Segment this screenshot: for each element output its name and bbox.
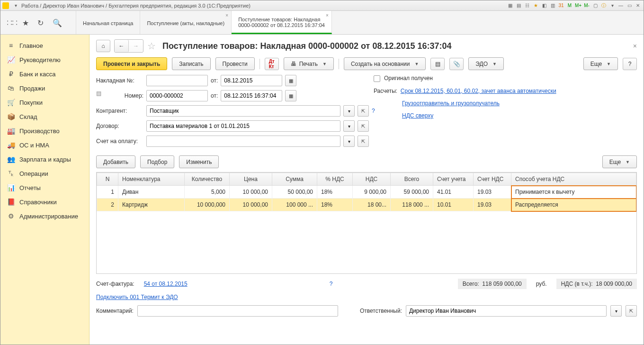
tab-receipts[interactable]: Поступление (акты, накладные)× xyxy=(140,11,232,34)
back-button[interactable]: ← xyxy=(115,40,129,52)
star-icon[interactable]: ☆ xyxy=(147,40,156,52)
close-icon[interactable]: × xyxy=(326,13,329,18)
dtkt-button[interactable]: ДтКт xyxy=(265,58,279,70)
m-icon[interactable]: M xyxy=(566,2,573,9)
sidebar-item-bank[interactable]: ₽Банк и касса xyxy=(0,67,89,81)
contract-input[interactable] xyxy=(146,120,340,132)
original-checkbox[interactable] xyxy=(374,75,380,82)
home-button[interactable]: ⌂ xyxy=(96,40,110,52)
print-button[interactable]: 🖶 Печать▼ xyxy=(284,57,334,70)
sidebar-item-sales[interactable]: 🛍Продажи xyxy=(0,81,89,95)
m-plus-icon[interactable]: M+ xyxy=(574,2,582,9)
sidebar-item-main[interactable]: ≡Главное xyxy=(0,38,89,53)
minimize-icon[interactable]: — xyxy=(617,2,625,9)
dropdown-icon[interactable]: ▾ xyxy=(343,120,355,132)
dropdown-icon[interactable]: ▾ xyxy=(610,305,622,317)
edo-connect-link[interactable]: Подключить 001 Термит к ЭДО xyxy=(96,294,178,300)
sidebar-item-operations[interactable]: ᵀₖОперации xyxy=(0,166,89,181)
date1-input[interactable] xyxy=(221,75,282,86)
tab-start[interactable]: Начальная страница xyxy=(76,11,140,34)
sidebar-item-salary[interactable]: 👥Зарплата и кадры xyxy=(0,152,89,166)
tab-current[interactable]: Поступление товаров: Накладная 0000-0000… xyxy=(232,11,332,34)
factory-icon: 🏭 xyxy=(7,127,15,135)
invoice-link[interactable]: 54 от 08.12.2015 xyxy=(144,281,188,287)
star-icon[interactable]: ★ xyxy=(22,18,31,27)
help-icon[interactable]: ? xyxy=(330,281,333,287)
settlements-link[interactable]: Срок 08.12.2015, 60.01, 60.02, зачет ава… xyxy=(401,88,556,94)
box-icon: 📦 xyxy=(7,113,15,120)
tb-icon[interactable]: ▢ xyxy=(591,2,599,9)
titlebar-text: Работа / Директор Иван Иванович / Бухгал… xyxy=(21,3,250,9)
edo-button[interactable]: ЭДО▼ xyxy=(468,57,504,70)
calendar-icon[interactable]: ▦ xyxy=(285,75,296,86)
tb-icon[interactable]: ▥ xyxy=(549,2,556,9)
open-icon[interactable]: ⇱ xyxy=(626,305,637,317)
kontragent-label: Контрагент: xyxy=(96,108,143,114)
sidebar-item-assets[interactable]: 🚚ОС и НМА xyxy=(0,138,89,152)
dropdown-icon[interactable]: ▾ xyxy=(343,105,355,117)
write-button[interactable]: Записать xyxy=(172,57,210,70)
consignor-link[interactable]: Грузоотправитель и грузополучатель xyxy=(402,100,500,107)
m-minus-icon[interactable]: M- xyxy=(583,2,590,9)
tb-icon[interactable]: ▤ xyxy=(515,2,522,9)
tabs: Начальная страница Поступление (акты, на… xyxy=(76,11,332,34)
doc-icon[interactable]: ▤ xyxy=(430,58,445,70)
table-row[interactable]: 1 Диван 5,000 10 000,00 50 000,00 18% 9 … xyxy=(97,186,636,199)
search-icon[interactable]: 🔍 xyxy=(53,18,61,27)
tb-icon[interactable]: ▦ xyxy=(506,2,514,9)
history-icon[interactable]: ↻ xyxy=(37,18,46,27)
tb-icon[interactable]: ☷ xyxy=(523,2,531,9)
ops-icon: ᵀₖ xyxy=(7,170,15,177)
edit-button[interactable]: Изменить xyxy=(179,155,219,168)
people-icon: 👥 xyxy=(7,155,15,163)
sidebar-item-manager[interactable]: 📈Руководителю xyxy=(0,53,89,67)
sidebar-item-admin[interactable]: ⚙Администрирование xyxy=(0,209,89,223)
kontragent-input[interactable] xyxy=(146,105,340,117)
open-icon[interactable]: ⇱ xyxy=(358,136,369,147)
table-more-button[interactable]: Еще▼ xyxy=(602,155,637,168)
tb-icon[interactable]: ◧ xyxy=(540,2,548,9)
attach-icon[interactable]: 📎 xyxy=(449,58,464,70)
close-icon[interactable]: × xyxy=(633,42,637,50)
apps-icon[interactable]: ⸬⸬ xyxy=(7,18,16,27)
maximize-icon[interactable]: ▭ xyxy=(626,2,633,9)
date2-input[interactable] xyxy=(221,90,282,101)
sidebar-item-warehouse[interactable]: 📦Склад xyxy=(0,109,89,124)
payment-input[interactable] xyxy=(146,136,340,147)
bag-icon: 🛍 xyxy=(7,84,15,92)
calendar-icon[interactable]: 31 xyxy=(557,2,565,9)
invoice-input[interactable] xyxy=(146,75,208,86)
favorite-icon[interactable]: ★ xyxy=(532,2,539,9)
truck-icon: 🚚 xyxy=(7,141,15,149)
dropdown-icon[interactable]: ▾ xyxy=(343,136,355,147)
table-row[interactable]: 2 Картридж 10 000,000 10 000,00 100 000 … xyxy=(97,199,636,211)
create-based-button[interactable]: Создать на основании▼ xyxy=(344,57,426,70)
close-icon[interactable]: × xyxy=(225,13,228,18)
number-input[interactable] xyxy=(146,90,208,101)
sidebar-item-purchases[interactable]: 🛒Покупки xyxy=(0,95,89,109)
toolbox: ⸬⸬ ★ ↻ 🔍 xyxy=(0,11,76,34)
page-title: Поступление товаров: Накладная 0000-0000… xyxy=(162,41,452,51)
responsible-input[interactable] xyxy=(406,305,607,317)
post-button[interactable]: Провести xyxy=(215,57,255,70)
more-button[interactable]: Еще▼ xyxy=(583,57,618,70)
pick-button[interactable]: Подбор xyxy=(140,155,174,168)
sidebar-item-refs[interactable]: 📕Справочники xyxy=(0,195,89,209)
sidebar-item-reports[interactable]: 📊Отчеты xyxy=(0,181,89,195)
forward-button: → xyxy=(129,40,143,52)
dropdown-icon[interactable]: ▾ xyxy=(12,2,19,9)
add-button[interactable]: Добавить xyxy=(96,155,135,168)
post-close-button[interactable]: Провести и закрыть xyxy=(96,57,167,70)
reports-icon: 📊 xyxy=(7,184,15,191)
open-icon[interactable]: ⇱ xyxy=(358,120,369,132)
info-icon[interactable]: ⓘ xyxy=(600,2,608,9)
dropdown-icon[interactable]: ▾ xyxy=(608,2,616,9)
invoice-label: Накладная №: xyxy=(96,77,143,84)
close-icon[interactable]: ✕ xyxy=(634,2,642,9)
vat-link[interactable]: НДС сверху xyxy=(402,112,433,119)
comment-input[interactable] xyxy=(137,305,338,317)
sidebar-item-production[interactable]: 🏭Производство xyxy=(0,124,89,138)
help-button[interactable]: ? xyxy=(623,58,637,70)
open-icon[interactable]: ⇱ xyxy=(358,105,369,117)
calendar-icon[interactable]: ▦ xyxy=(285,90,296,101)
